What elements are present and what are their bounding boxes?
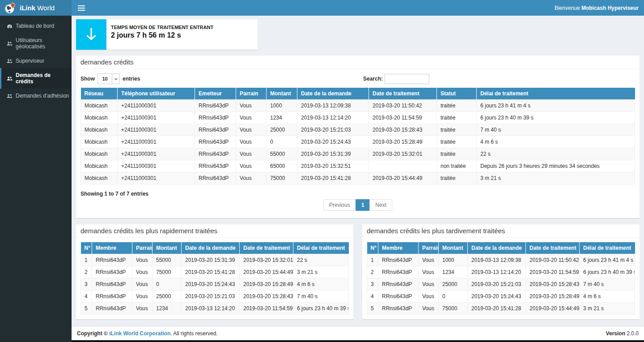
cell: 65000 bbox=[267, 160, 297, 172]
cell: 2019-03-13 12:14:20 bbox=[468, 266, 526, 278]
column-header[interactable]: Parrain bbox=[419, 242, 439, 254]
hamburger-icon bbox=[78, 5, 85, 6]
cell: 2019-03-20 15:21:03 bbox=[297, 124, 369, 136]
table-row: Mobicash+24111000301RRnsi643dPVous750002… bbox=[81, 172, 635, 184]
cell: Vous bbox=[236, 100, 267, 112]
stat-value: 2 jours 7 h 56 m 12 s bbox=[111, 31, 213, 39]
cell: RRnsi643dP bbox=[378, 266, 419, 278]
latest-processed-table: N°MembreParrainMontantDate de la demande… bbox=[367, 242, 635, 315]
sidebar-item-supervisor[interactable]: Superviseur bbox=[0, 54, 72, 68]
column-header[interactable]: Montant bbox=[267, 88, 297, 100]
column-header[interactable]: Date de traitement bbox=[240, 242, 293, 254]
column-header[interactable]: Membre bbox=[378, 242, 419, 254]
panel-title: demandes crédits les plus rapidement tra… bbox=[76, 224, 353, 238]
search-input[interactable] bbox=[385, 74, 429, 84]
column-header[interactable]: Emetteur bbox=[195, 88, 236, 100]
cell: 2019-03-20 15:28:49 bbox=[369, 136, 437, 148]
brand-logo[interactable]: iLink World bbox=[0, 0, 72, 16]
column-header[interactable]: N° bbox=[81, 242, 92, 254]
cell: 3 bbox=[81, 278, 92, 291]
table-row: 2RRnsi643dPVous12342019-03-13 12:14:2020… bbox=[367, 266, 635, 278]
next-page-button[interactable]: Next bbox=[369, 199, 392, 211]
column-header[interactable]: Date de la demande bbox=[182, 242, 240, 254]
cell: 7 m 40 s bbox=[580, 278, 635, 291]
cell: traitée bbox=[437, 172, 477, 184]
users-icon bbox=[7, 76, 13, 81]
sidebar-item-dashboard[interactable]: Tableau de bord bbox=[0, 19, 72, 33]
page-length-select[interactable]: 10 bbox=[97, 73, 120, 84]
column-header[interactable]: Statut bbox=[437, 88, 477, 100]
cell: Vous bbox=[236, 148, 267, 160]
cell: 3 m 21 s bbox=[580, 303, 635, 315]
cell: +24111000301 bbox=[118, 112, 195, 124]
long-arrow-down-icon bbox=[76, 19, 106, 50]
globe-pin-icon bbox=[4, 2, 16, 14]
sidebar-item-membership-requests[interactable]: Demandes d'adhésion bbox=[0, 89, 72, 103]
table-row: Mobicash+24111000301RRnsi643dPVous250002… bbox=[81, 124, 635, 136]
cell: 55000 bbox=[267, 148, 297, 160]
cell: traitée bbox=[437, 112, 477, 124]
cell: RRnsi643dP bbox=[195, 172, 236, 184]
cell: Mobicash bbox=[81, 136, 118, 148]
cell: Vous bbox=[236, 172, 267, 184]
column-header[interactable]: Délai de traitement bbox=[580, 242, 635, 254]
chevron-down-icon bbox=[112, 74, 119, 84]
page-length-control: Show 10 entries bbox=[80, 73, 358, 84]
cell: +24111000301 bbox=[118, 136, 195, 148]
column-header[interactable]: Délai de traitement bbox=[477, 88, 635, 100]
company-link[interactable]: iLink World Corporation bbox=[109, 330, 170, 337]
column-header[interactable]: Date de la demande bbox=[468, 242, 526, 254]
cell: Vous bbox=[236, 160, 267, 172]
panel-title: demandes crédits bbox=[76, 56, 640, 69]
column-header[interactable]: Date de traitement bbox=[369, 88, 437, 100]
cell: 2019-03-20 15:32:01 bbox=[369, 148, 437, 160]
cell: 4 bbox=[81, 291, 92, 303]
cell: Mobicash bbox=[81, 160, 118, 172]
cell: RRnsi643dP bbox=[378, 303, 419, 315]
column-header[interactable]: N° bbox=[367, 242, 378, 254]
table-row: 5RRnsi643dPVous12342019-03-13 12:14:2020… bbox=[81, 303, 349, 315]
column-header[interactable]: Date de traitement bbox=[526, 242, 580, 254]
column-header[interactable]: Montant bbox=[153, 242, 182, 254]
show-label: Show bbox=[80, 76, 95, 82]
table-row: Mobicash+24111000301RRnsi643dPVous123420… bbox=[81, 112, 635, 124]
cell: Vous bbox=[419, 303, 439, 315]
cell bbox=[369, 160, 437, 172]
sidebar-toggle-button[interactable] bbox=[72, 0, 91, 16]
cell: Vous bbox=[132, 266, 153, 278]
column-header[interactable]: Montant bbox=[439, 242, 468, 254]
column-header[interactable]: Téléphone utilisateur bbox=[118, 88, 195, 100]
column-header[interactable]: Délai de traitement bbox=[293, 242, 349, 254]
cell: 6 jours 23 h 41 m 4 s bbox=[580, 254, 635, 266]
cell: 2019-03-20 15:28:49 bbox=[240, 278, 293, 291]
cell: Vous bbox=[236, 124, 267, 136]
column-header[interactable]: Membre bbox=[92, 242, 132, 254]
sidebar-item-geolocated-users[interactable]: Utilisateurs géolocalisés bbox=[0, 33, 72, 54]
cell: Depuis 26 jours 3 heures 29 minutes 34 s… bbox=[477, 160, 635, 172]
cell: 7 m 40 s bbox=[293, 291, 349, 303]
fastest-processed-panel: demandes crédits les plus rapidement tra… bbox=[76, 224, 353, 319]
cell: Mobicash bbox=[81, 148, 118, 160]
cell: Mobicash bbox=[81, 172, 118, 184]
cell: 2019-03-20 11:50:42 bbox=[526, 254, 580, 266]
avg-processing-time-card: TEMPS MOYEN DE TRAITEMENT ENTRANT 2 jour… bbox=[76, 19, 258, 50]
cell: Vous bbox=[236, 112, 267, 124]
column-header[interactable]: Parrain bbox=[132, 242, 153, 254]
table-header-row: N°MembreParrainMontantDate de la demande… bbox=[367, 242, 635, 254]
cell: 2019-03-20 15:41:28 bbox=[182, 266, 240, 278]
previous-page-button[interactable]: Previous bbox=[323, 199, 356, 211]
cell: 6 jours 23 h 40 m 39 s bbox=[477, 112, 635, 124]
column-header[interactable]: Date de la demande bbox=[297, 88, 369, 100]
pagination: Previous 1 Next bbox=[80, 199, 635, 211]
cell: 4 m 6 s bbox=[580, 291, 635, 303]
window-bottom-edge bbox=[0, 340, 644, 342]
cell: 2019-03-20 15:32:51 bbox=[297, 160, 369, 172]
sidebar-item-credit-requests[interactable]: Demandes de crédits bbox=[0, 68, 72, 89]
page-1-button[interactable]: 1 bbox=[356, 199, 370, 211]
cell: +24111000301 bbox=[118, 124, 195, 136]
cell: 2019-03-20 11:54:59 bbox=[526, 266, 580, 278]
column-header[interactable]: Parrain bbox=[236, 88, 267, 100]
cell: 22 s bbox=[293, 254, 349, 266]
column-header[interactable]: Réseau bbox=[81, 88, 118, 100]
cell: 2019-03-20 15:41:28 bbox=[468, 303, 526, 315]
